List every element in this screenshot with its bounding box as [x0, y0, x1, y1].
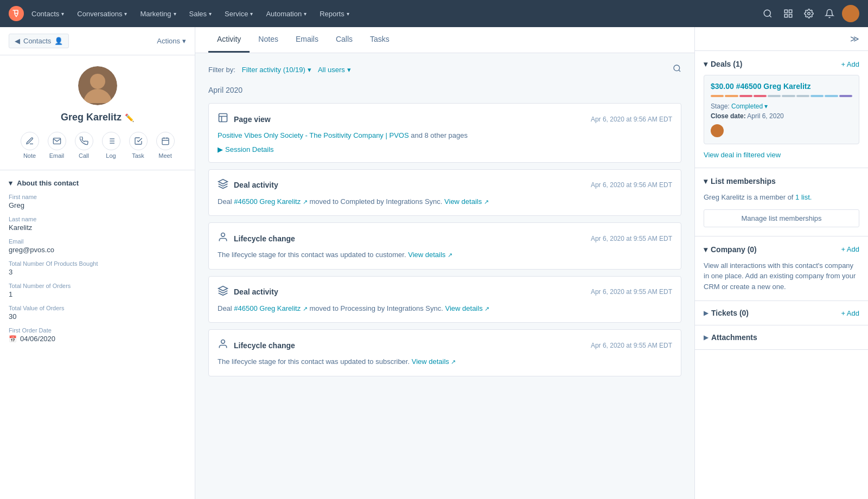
- tickets-section-header[interactable]: ▶ Tickets (0) + Add: [695, 301, 868, 325]
- activity-card-body: Deal #46500 Greg Karelitz ↗ moved to Pro…: [218, 303, 672, 314]
- email-button[interactable]: Email: [48, 132, 66, 159]
- nav-service[interactable]: Service ▾: [219, 7, 258, 21]
- nav-right-actions: [760, 5, 859, 22]
- add-deal-button[interactable]: + Add: [841, 60, 859, 68]
- add-company-button[interactable]: + Add: [841, 245, 859, 253]
- tabs-bar: Activity Notes Emails Calls Tasks: [195, 27, 694, 53]
- about-section-header[interactable]: ▾ About this contact: [9, 179, 186, 187]
- list-count-link[interactable]: 1 list.: [795, 193, 812, 201]
- nav-automation[interactable]: Automation ▾: [260, 7, 312, 21]
- lifecycle-icon: [218, 338, 228, 352]
- contact-details: ▾ About this contact First name Greg ⎘ L…: [0, 170, 195, 358]
- activity-search-button[interactable]: [673, 64, 681, 75]
- list-memberships-header[interactable]: ▾ List memberships: [704, 177, 859, 185]
- edit-icon[interactable]: ✏️: [125, 113, 134, 122]
- meet-button[interactable]: Meet: [156, 132, 175, 159]
- deal-link[interactable]: #46500 Greg Karelitz: [234, 304, 301, 312]
- chevron-right-icon: ▶: [704, 334, 708, 341]
- manage-list-memberships-button[interactable]: Manage list memberships: [704, 209, 859, 227]
- note-button[interactable]: Note: [21, 132, 39, 159]
- deal-close-date: Close date: April 6, 2020: [711, 112, 852, 120]
- settings-icon[interactable]: [801, 5, 817, 22]
- svg-rect-4: [784, 15, 787, 17]
- log-button[interactable]: Log: [102, 132, 120, 159]
- chevron-right-icon: ▶: [218, 145, 223, 153]
- chevron-down-icon: ▾: [182, 37, 186, 45]
- deals-section-header[interactable]: ▾ Deals (1) + Add: [704, 60, 859, 68]
- contact-avatar: [78, 66, 117, 105]
- svg-point-22: [221, 233, 225, 237]
- tab-tasks[interactable]: Tasks: [361, 27, 398, 53]
- note-icon: [21, 132, 39, 150]
- svg-rect-16: [162, 138, 169, 145]
- contact-name: Greg Karelitz ✏️: [61, 112, 134, 123]
- left-panel-header: ◀ Contacts 👤 Actions ▾: [0, 27, 195, 55]
- view-details-link[interactable]: View details: [412, 357, 449, 366]
- main-layout: ◀ Contacts 👤 Actions ▾ Greg Karelitz ✏️: [0, 27, 868, 499]
- tab-activity[interactable]: Activity: [208, 27, 250, 53]
- center-panel: Activity Notes Emails Calls Tasks Filter…: [195, 27, 694, 499]
- activity-card: Page view Apr 6, 2020 at 9:56 AM EDT Pos…: [208, 103, 681, 163]
- company-section-header[interactable]: ▾ Company (0) + Add: [704, 245, 859, 254]
- nav-conversations[interactable]: Conversations ▾: [72, 7, 132, 21]
- view-deal-filtered-link[interactable]: View deal in filtered view: [704, 151, 859, 159]
- call-button[interactable]: Call: [75, 132, 93, 159]
- nav-reports[interactable]: Reports ▾: [314, 7, 355, 21]
- back-to-contacts-button[interactable]: ◀ Contacts 👤: [9, 34, 69, 48]
- svg-point-7: [849, 10, 853, 14]
- view-details-link[interactable]: View details: [445, 304, 483, 312]
- attachments-section-header[interactable]: ▶ Attachments: [695, 325, 868, 350]
- activity-card-body: The lifecycle stage for this contact was…: [218, 250, 672, 260]
- activity-card: Deal activity Apr 6, 2020 at 9:56 AM EDT…: [208, 169, 681, 216]
- contact-action-buttons: Note Email Call: [21, 132, 175, 159]
- page-view-link[interactable]: Positive Vibes Only Society - The Positi…: [218, 131, 409, 139]
- field-products-bought: Total Number Of Products Bought 3: [9, 260, 186, 276]
- field-first-name: First name Greg ⎘: [9, 194, 186, 209]
- nav-marketing[interactable]: Marketing ▾: [135, 7, 181, 21]
- external-link-icon: ↗: [451, 359, 456, 365]
- deal-activity-icon: [218, 178, 228, 192]
- marketplace-icon[interactable]: [780, 5, 796, 22]
- tab-calls[interactable]: Calls: [327, 27, 361, 53]
- contact-icon: 👤: [54, 37, 63, 45]
- activity-title: Page view: [218, 112, 271, 126]
- hubspot-logo[interactable]: [9, 6, 24, 21]
- user-avatar[interactable]: [842, 5, 859, 22]
- email-icon: [48, 132, 66, 150]
- tab-emails[interactable]: Emails: [287, 27, 327, 53]
- contact-profile: Greg Karelitz ✏️ Note Email: [0, 55, 195, 170]
- tab-notes[interactable]: Notes: [250, 27, 287, 53]
- nav-contacts[interactable]: Contacts ▾: [26, 7, 69, 21]
- svg-point-6: [808, 12, 810, 15]
- log-icon: [102, 132, 120, 150]
- task-button[interactable]: Task: [129, 132, 148, 159]
- svg-rect-2: [784, 10, 787, 12]
- meet-icon: [156, 132, 175, 150]
- chevron-down-icon: ▾: [61, 11, 64, 17]
- deal-title[interactable]: $30.00 #46500 Greg Karelitz: [711, 82, 852, 91]
- filter-activity-button[interactable]: Filter activity (10/19) ▾: [242, 66, 311, 74]
- lifecycle-icon: [218, 232, 228, 245]
- task-icon: [129, 132, 148, 150]
- add-ticket-button[interactable]: + Add: [841, 309, 859, 317]
- activity-card-body: Positive Vibes Only Society - The Positi…: [218, 130, 672, 141]
- actions-button[interactable]: Actions ▾: [157, 37, 186, 45]
- view-details-link[interactable]: View details: [444, 197, 482, 206]
- deals-section: ▾ Deals (1) + Add $30.00 #46500 Greg Kar…: [695, 51, 868, 168]
- chevron-down-icon: ▾: [704, 177, 707, 185]
- collapse-panel-button[interactable]: ≫: [850, 34, 859, 44]
- nav-sales[interactable]: Sales ▾: [184, 7, 218, 21]
- activity-card: Lifecycle change Apr 6, 2020 at 9:55 AM …: [208, 329, 681, 376]
- activity-card: Lifecycle change Apr 6, 2020 at 9:55 AM …: [208, 222, 681, 270]
- deal-link[interactable]: #46500 Greg Karelitz: [234, 197, 301, 206]
- all-users-button[interactable]: All users ▾: [318, 66, 351, 74]
- chevron-down-icon: ▾: [304, 11, 307, 17]
- search-icon[interactable]: [760, 5, 776, 22]
- session-details-toggle[interactable]: ▶ Session Details: [218, 145, 672, 153]
- field-first-order-date: First Order Date 📅 04/06/2020: [9, 327, 186, 343]
- external-link-icon: ↗: [484, 199, 489, 205]
- view-details-link[interactable]: View details: [408, 251, 445, 259]
- deal-stage-link[interactable]: Completed ▾: [731, 103, 768, 110]
- activity-card-body: The lifecycle stage for this contact was…: [218, 356, 672, 367]
- notifications-icon[interactable]: [821, 5, 838, 22]
